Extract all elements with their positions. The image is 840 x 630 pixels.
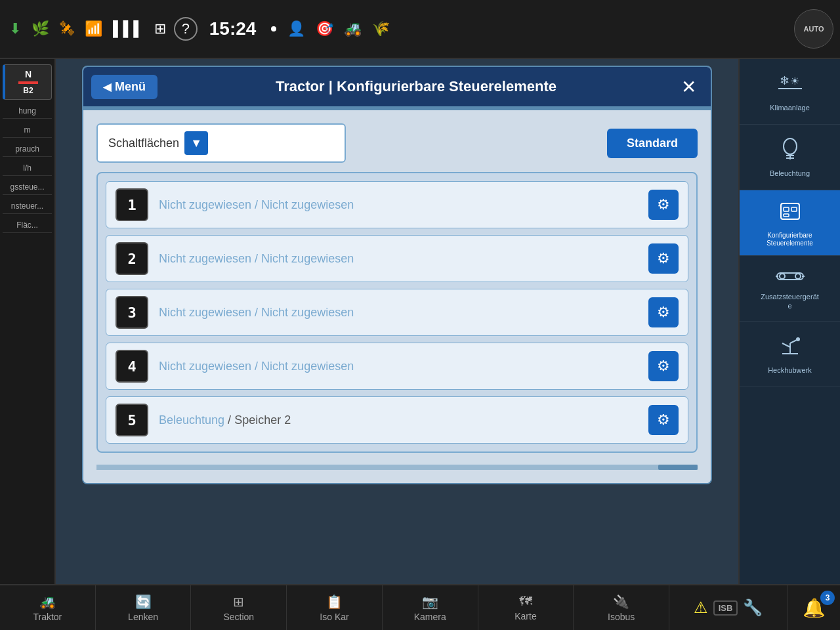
iso-kar-label: Iso Kar xyxy=(320,612,348,622)
left-sidebar: N B2 hung m prauch l/h gssteue... nsteue… xyxy=(0,59,56,584)
kamera-icon: 📷 xyxy=(422,594,438,610)
dialog: Menü Tractor | Konfigurierbare Steuerele… xyxy=(82,66,712,484)
karte-icon: 🗺 xyxy=(519,594,532,609)
list-container: 1 Nicht zugewiesen / Nicht zugewiesen ⚙ … xyxy=(96,172,698,453)
sidebar-hung: hung xyxy=(3,104,52,119)
item-separator-4: / xyxy=(255,360,261,373)
traktor-label: Traktor xyxy=(33,612,62,622)
item-second-part-4: Nicht zugewiesen xyxy=(261,360,354,373)
tab-lenken[interactable]: 🔄 Lenken xyxy=(96,585,192,630)
warning-icon: ⚠ xyxy=(694,598,708,617)
item-separator-3: / xyxy=(255,306,261,319)
list-item: 3 Nicht zugewiesen / Nicht zugewiesen ⚙ xyxy=(106,289,688,336)
heckhubwerk-label: Heckhubwerk xyxy=(768,366,812,375)
gear-button-1[interactable]: ⚙ xyxy=(648,190,679,220)
wrench-icon: 🔧 xyxy=(743,598,763,617)
lenken-label: Lenken xyxy=(128,612,158,622)
grid-icon: ⊞ xyxy=(152,18,169,40)
item-label-2: Nicht zugewiesen / Nicht zugewiesen xyxy=(159,252,638,266)
status-time: 15:24 xyxy=(209,18,257,39)
dialog-body: Schaltflächen ▼ Standard 1 Nicht zugewie… xyxy=(83,110,711,483)
item-label-4: Nicht zugewiesen / Nicht zugewiesen xyxy=(159,360,638,373)
arrow-down-icon: ⬇ xyxy=(7,18,24,40)
tab-karte[interactable]: 🗺 Karte xyxy=(478,585,574,630)
question-icon: ? xyxy=(174,17,198,41)
tab-isobus[interactable]: 🔌 Isobus xyxy=(574,585,669,630)
item-label-5: Beleuchtung / Speicher 2 xyxy=(159,413,638,427)
dialog-scroll-thumb xyxy=(658,465,698,470)
bottom-bar: 🚜 Traktor 🔄 Lenken ⊞ Section 📋 Iso Kar 📷… xyxy=(0,584,840,630)
gear-button-3[interactable]: ⚙ xyxy=(648,297,679,327)
item-first-part-5: Beleuchtung xyxy=(159,413,224,427)
status-bar-right: AUTO xyxy=(794,9,833,49)
item-separator-5: / xyxy=(228,413,234,427)
sidebar-item-heckhubwerk[interactable]: Heckhubwerk xyxy=(740,322,840,387)
item-number-4: 4 xyxy=(116,350,148,383)
tractor-front-icon: 🚜 xyxy=(341,18,364,40)
svg-point-3 xyxy=(784,138,797,154)
notification-area[interactable]: 🔔 3 xyxy=(788,585,840,630)
sidebar-item-zusatzsteuergerate[interactable]: Zusatzsteuergeräte xyxy=(740,256,840,322)
beleuchtung-label: Beleuchtung xyxy=(770,169,810,178)
item-number-2: 2 xyxy=(116,242,148,275)
schaltflachen-dropdown[interactable]: Schaltflächen ▼ xyxy=(96,123,346,163)
svg-point-13 xyxy=(795,274,801,279)
dialog-header: Menü Tractor | Konfigurierbare Steuerele… xyxy=(83,67,711,106)
dropdown-label: Schaltflächen xyxy=(108,136,179,150)
sidebar-item-klimaanlage[interactable]: ❄ ☀ Klimaanlage xyxy=(740,59,840,125)
standard-button[interactable]: Standard xyxy=(607,129,698,158)
heckhubwerk-icon xyxy=(777,333,803,362)
sidebar-item-konfigurierbare[interactable]: KonfigurierbareSteuerelemente xyxy=(740,190,840,256)
section-icon: ⊞ xyxy=(233,594,244,610)
item-second-part-1: Nicht zugewiesen xyxy=(261,198,354,211)
konfigurierbare-icon xyxy=(777,198,803,228)
sidebar-nsteuer: nsteuer... xyxy=(3,199,52,214)
list-item: 1 Nicht zugewiesen / Nicht zugewiesen ⚙ xyxy=(106,181,688,228)
gear-button-2[interactable]: ⚙ xyxy=(648,243,679,274)
zusatz-label: Zusatzsteuergeräte xyxy=(761,293,819,310)
item-number-5: 5 xyxy=(116,404,148,436)
dropdown-row: Schaltflächen ▼ Standard xyxy=(96,123,698,163)
lenken-icon: 🔄 xyxy=(135,594,152,610)
item-first-part-3: Nicht zugewiesen xyxy=(159,306,251,319)
sidebar-lh: l/h xyxy=(3,161,52,176)
sidebar-item-beleuchtung[interactable]: Beleuchtung xyxy=(740,125,840,190)
isobus-label: Isobus xyxy=(608,612,635,622)
status-dot xyxy=(271,26,276,32)
svg-rect-10 xyxy=(784,214,789,217)
svg-rect-8 xyxy=(784,207,789,211)
item-label-1: Nicht zugewiesen / Nicht zugewiesen xyxy=(159,198,638,212)
gear-button-4[interactable]: ⚙ xyxy=(648,351,679,381)
svg-point-12 xyxy=(780,274,785,279)
plant-icon: 🌿 xyxy=(29,18,52,40)
main-area: N B2 hung m prauch l/h gssteue... nsteue… xyxy=(0,59,840,584)
beleuchtung-icon xyxy=(777,136,803,165)
right-sidebar: ❄ ☀ Klimaanlage Beleuchtung xyxy=(738,59,840,584)
signal-icon: ▌▌▌ xyxy=(110,18,146,40)
tab-section[interactable]: ⊞ Section xyxy=(191,585,287,630)
item-separator-2: / xyxy=(255,252,261,265)
klimaanlage-label: Klimaanlage xyxy=(770,104,810,112)
traktor-icon: 🚜 xyxy=(39,594,56,610)
tab-traktor[interactable]: 🚜 Traktor xyxy=(0,585,96,630)
menu-back-button[interactable]: Menü xyxy=(91,75,158,99)
user-icon: 👤 xyxy=(285,18,308,40)
auto-badge[interactable]: AUTO xyxy=(794,9,833,49)
item-number-1: 1 xyxy=(116,188,148,221)
tab-iso-kar[interactable]: 📋 Iso Kar xyxy=(287,585,383,630)
item-first-part-4: Nicht zugewiesen xyxy=(159,360,251,373)
list-item: 4 Nicht zugewiesen / Nicht zugewiesen ⚙ xyxy=(106,343,688,390)
item-number-3: 3 xyxy=(116,296,148,329)
section-label: Section xyxy=(223,612,254,622)
gear-n-label: N xyxy=(8,69,49,79)
status-bar: ⬇ 🌿 🛰 📶 ▌▌▌ ⊞ ? 15:24 👤 🎯 🚜 🌾 AUTO xyxy=(0,0,840,59)
gear-button-5[interactable]: ⚙ xyxy=(648,405,679,435)
svg-text:❄: ❄ xyxy=(780,74,789,87)
close-button[interactable]: ✕ xyxy=(675,74,703,100)
dropdown-arrow-icon: ▼ xyxy=(184,131,208,155)
sidebar-m: m xyxy=(3,123,52,138)
isobus-icon: 🔌 xyxy=(613,594,629,610)
item-separator-1: / xyxy=(255,198,261,211)
tab-kamera[interactable]: 📷 Kamera xyxy=(383,585,478,630)
speedometer-icon: 🎯 xyxy=(313,18,336,40)
